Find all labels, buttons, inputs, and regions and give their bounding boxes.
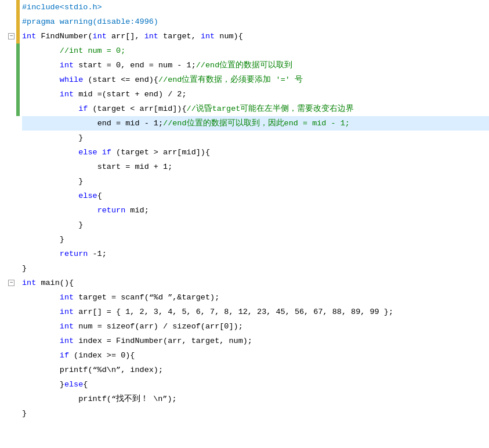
sidebar-cell-21 [0, 290, 16, 305]
sidebar-cell-14 [0, 189, 16, 203]
code-content: #include<stdio.h>#pragma warning(disable… [20, 0, 489, 448]
code-line-17: } [22, 232, 489, 247]
code-line-11: else if (target > arr[mid]){ [22, 145, 489, 160]
code-line-19: } [22, 261, 489, 276]
sidebar-cell-24 [0, 334, 16, 348]
sidebar-cell-26 [0, 363, 16, 377]
sidebar-cell-10 [0, 131, 16, 145]
code-line-28: printf(“找不到！ \n”); [22, 392, 489, 406]
collapse-sidebar: −− [0, 0, 16, 448]
sidebar-cell-16 [0, 218, 16, 232]
code-line-22: int arr[] = { 1, 2, 3, 4, 5, 6, 7, 8, 12… [22, 305, 489, 319]
code-line-10: } [22, 131, 489, 145]
sidebar-cell-13 [0, 174, 16, 189]
sidebar-cell-3[interactable]: − [0, 29, 16, 44]
sidebar-cell-19 [0, 261, 16, 276]
sidebar-cell-27 [0, 377, 16, 392]
code-line-25: if (index >= 0){ [22, 348, 489, 363]
sidebar-cell-1 [0, 0, 16, 15]
sidebar-cell-9 [0, 116, 16, 131]
code-line-5: int start = 0, end = num - 1;//end位置的数据可… [22, 58, 489, 73]
sidebar-cell-18 [0, 247, 16, 261]
sidebar-cell-2 [0, 15, 16, 29]
sidebar-cell-23 [0, 319, 16, 334]
code-line-26: printf(“%d\n”, index); [22, 363, 489, 377]
code-line-12: start = mid + 1; [22, 160, 489, 174]
code-line-7: int mid =(start + end) / 2; [22, 87, 489, 102]
code-line-13: } [22, 174, 489, 189]
sidebar-cell-22 [0, 305, 16, 319]
code-line-2: #pragma warning(disable:4996) [22, 15, 489, 29]
sidebar-cell-8 [0, 102, 16, 116]
code-line-21: int target = scanf(“%d ”,&target); [22, 290, 489, 305]
sidebar-cell-4 [0, 44, 16, 58]
code-editor: −− #include<stdio.h>#pragma warning(disa… [0, 0, 489, 448]
sidebar-cell-25 [0, 348, 16, 363]
code-line-29: } [22, 406, 489, 421]
code-line-18: return -1; [22, 247, 489, 261]
code-line-16: } [22, 218, 489, 232]
sidebar-cell-12 [0, 160, 16, 174]
sidebar-cell-7 [0, 87, 16, 102]
sidebar-cell-17 [0, 232, 16, 247]
sidebar-cell-28 [0, 392, 16, 406]
code-line-6: while (start <= end){//end位置有数据，必须要添加 '=… [22, 73, 489, 87]
code-line-3: int FindNumber(int arr[], int target, in… [22, 29, 489, 44]
sidebar-cell-5 [0, 58, 16, 73]
code-line-20: int main(){ [22, 276, 489, 290]
sidebar-cell-15 [0, 203, 16, 218]
code-line-23: int num = sizeof(arr) / sizeof(arr[0]); [22, 319, 489, 334]
code-line-1: #include<stdio.h> [22, 0, 489, 15]
code-line-9: end = mid - 1;//end位置的数据可以取到，因此end = mid… [22, 116, 489, 131]
code-line-27: }else{ [22, 377, 489, 392]
code-line-24: int index = FindNumber(arr, target, num)… [22, 334, 489, 348]
code-line-4: //int num = 0; [22, 44, 489, 58]
sidebar-cell-29 [0, 406, 16, 421]
code-line-8: if (target < arr[mid]){//说昏target可能在左半侧，… [22, 102, 489, 116]
code-line-15: return mid; [22, 203, 489, 218]
sidebar-cell-20[interactable]: − [0, 276, 16, 290]
code-line-14: else{ [22, 189, 489, 203]
collapse-btn-20[interactable]: − [8, 280, 15, 286]
sidebar-cell-11 [0, 145, 16, 160]
sidebar-cell-6 [0, 73, 16, 87]
collapse-btn-3[interactable]: − [8, 33, 15, 39]
